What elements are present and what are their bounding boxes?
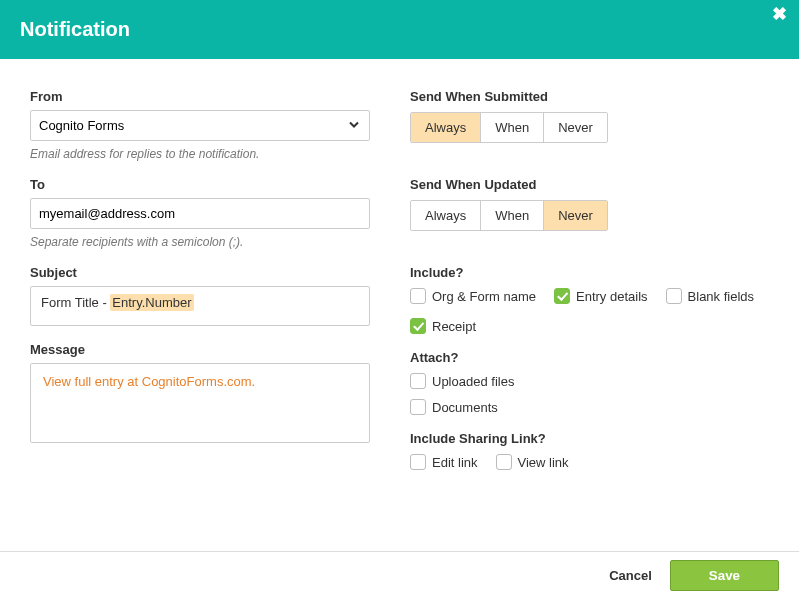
cancel-button[interactable]: Cancel <box>609 568 652 583</box>
sharing-section: Include Sharing Link? Edit linkView link <box>410 431 769 470</box>
checkbox-icon[interactable] <box>410 454 426 470</box>
send-submitted-option-when[interactable]: When <box>481 113 544 142</box>
include-row: Org & Form nameEntry detailsBlank fields… <box>410 288 769 334</box>
include-label: Entry details <box>576 289 648 304</box>
from-select[interactable]: Cognito Forms <box>30 110 370 141</box>
sharing-item[interactable]: Edit link <box>410 454 478 470</box>
attach-label: Uploaded files <box>432 374 514 389</box>
include-label: Blank fields <box>688 289 754 304</box>
checkbox-icon[interactable] <box>410 318 426 334</box>
subject-input[interactable]: Form Title - Entry.Number <box>30 286 370 326</box>
subject-label: Subject <box>30 265 370 280</box>
left-column: From Cognito Forms Email address for rep… <box>30 89 370 486</box>
checkbox-icon[interactable] <box>410 288 426 304</box>
send-updated-option-always[interactable]: Always <box>411 201 481 230</box>
from-label: From <box>30 89 370 104</box>
checkbox-icon[interactable] <box>496 454 512 470</box>
send-submitted-group: AlwaysWhenNever <box>410 112 608 143</box>
to-label: To <box>30 177 370 192</box>
modal-footer: Cancel Save <box>0 551 799 599</box>
sharing-label: Edit link <box>432 455 478 470</box>
message-link[interactable]: View full entry at CognitoForms.com. <box>43 374 255 389</box>
from-helper: Email address for replies to the notific… <box>30 147 370 161</box>
attach-label: Documents <box>432 400 498 415</box>
send-updated-label: Send When Updated <box>410 177 769 192</box>
modal-title: Notification <box>20 18 779 41</box>
include-item[interactable]: Org & Form name <box>410 288 536 304</box>
sharing-label: Include Sharing Link? <box>410 431 769 446</box>
sharing-item[interactable]: View link <box>496 454 569 470</box>
send-updated-option-when[interactable]: When <box>481 201 544 230</box>
from-group: From Cognito Forms Email address for rep… <box>30 89 370 161</box>
message-input[interactable]: View full entry at CognitoForms.com. <box>30 363 370 443</box>
sharing-row: Edit linkView link <box>410 454 769 470</box>
include-item[interactable]: Blank fields <box>666 288 754 304</box>
include-label: Receipt <box>432 319 476 334</box>
close-icon[interactable]: ✖ <box>772 3 787 25</box>
include-label: Org & Form name <box>432 289 536 304</box>
send-updated-section: Send When Updated AlwaysWhenNever <box>410 177 769 249</box>
message-label: Message <box>30 342 370 357</box>
include-item[interactable]: Receipt <box>410 318 476 334</box>
attach-item[interactable]: Uploaded files <box>410 373 769 389</box>
send-submitted-option-never[interactable]: Never <box>544 113 607 142</box>
send-submitted-section: Send When Submitted AlwaysWhenNever <box>410 89 769 161</box>
attach-row: Uploaded filesDocuments <box>410 373 769 415</box>
send-submitted-option-always[interactable]: Always <box>411 113 481 142</box>
from-select-wrap: Cognito Forms <box>30 110 370 141</box>
to-helper: Separate recipients with a semicolon (;)… <box>30 235 370 249</box>
include-label: Include? <box>410 265 769 280</box>
save-button[interactable]: Save <box>670 560 779 591</box>
checkbox-icon[interactable] <box>410 399 426 415</box>
attach-section: Attach? Uploaded filesDocuments <box>410 350 769 415</box>
send-submitted-label: Send When Submitted <box>410 89 769 104</box>
modal-body: From Cognito Forms Email address for rep… <box>0 59 799 506</box>
to-input[interactable] <box>30 198 370 229</box>
sharing-label: View link <box>518 455 569 470</box>
to-group: To Separate recipients with a semicolon … <box>30 177 370 249</box>
message-group: Message View full entry at CognitoForms.… <box>30 342 370 443</box>
attach-label: Attach? <box>410 350 769 365</box>
subject-token: Entry.Number <box>110 294 193 311</box>
include-item[interactable]: Entry details <box>554 288 648 304</box>
subject-group: Subject Form Title - Entry.Number <box>30 265 370 326</box>
checkbox-icon[interactable] <box>554 288 570 304</box>
include-section: Include? Org & Form nameEntry detailsBla… <box>410 265 769 334</box>
right-column: Send When Submitted AlwaysWhenNever Send… <box>410 89 769 486</box>
modal-header: Notification ✖ <box>0 0 799 59</box>
send-updated-group: AlwaysWhenNever <box>410 200 608 231</box>
attach-item[interactable]: Documents <box>410 399 769 415</box>
subject-prefix: Form Title - <box>41 295 110 310</box>
checkbox-icon[interactable] <box>666 288 682 304</box>
checkbox-icon[interactable] <box>410 373 426 389</box>
send-updated-option-never[interactable]: Never <box>544 201 607 230</box>
